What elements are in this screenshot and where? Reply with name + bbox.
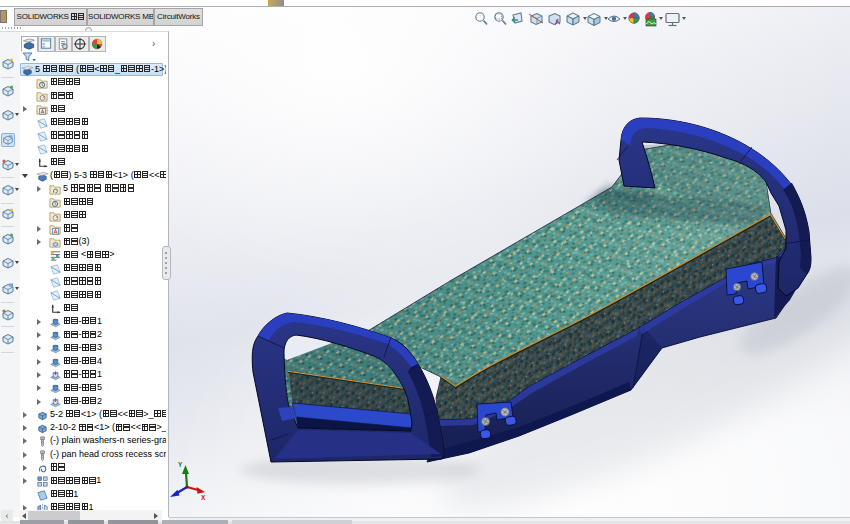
svg-text:Y: Y (178, 461, 183, 468)
svg-text:X: X (201, 494, 206, 501)
